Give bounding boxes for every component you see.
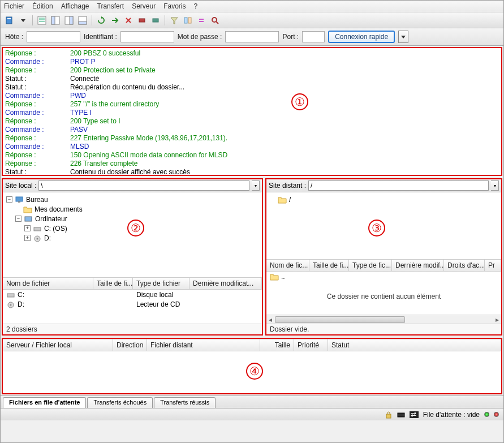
menu-file[interactable]: Fichier xyxy=(4,2,24,10)
host-input[interactable] xyxy=(27,31,80,42)
queue-header[interactable]: Serveur / Fichier local Direction Fichie… xyxy=(3,339,501,351)
queue-body[interactable]: ④ xyxy=(3,351,501,393)
remote-path-dropdown[interactable]: ▾ xyxy=(491,180,499,191)
remote-file-list[interactable]: .. Ce dossier ne contient aucun élément xyxy=(266,272,501,315)
tree-desktop[interactable]: Bureau xyxy=(26,196,48,204)
col-direction[interactable]: Direction xyxy=(113,339,147,351)
refresh-icon[interactable] xyxy=(96,15,107,26)
log-message: PWD xyxy=(70,92,86,100)
svg-rect-14 xyxy=(184,18,187,23)
compare-icon[interactable] xyxy=(182,15,193,26)
log-message: Récupération du contenu du dossier... xyxy=(70,83,184,92)
log-label: Commande : xyxy=(5,92,70,100)
process-queue-icon[interactable] xyxy=(109,15,120,26)
tree-remote-root[interactable]: / xyxy=(289,196,291,204)
pass-input[interactable] xyxy=(225,31,279,42)
tab-queued[interactable]: Fichiers en file d'attente xyxy=(3,397,86,408)
log-label: Réponse : xyxy=(5,117,70,126)
quickconnect-button[interactable]: Connexion rapide xyxy=(328,31,395,43)
queue-tabs: Fichiers en file d'attente Transferts éc… xyxy=(1,395,503,408)
desktop-icon xyxy=(15,196,24,204)
svg-rect-19 xyxy=(18,201,20,203)
toggle-local-tree-icon[interactable] xyxy=(50,15,61,26)
col-remote-file[interactable]: Fichier distant xyxy=(147,339,260,351)
toggle-queue-icon[interactable] xyxy=(77,15,88,26)
folder-icon xyxy=(23,205,32,213)
expand-icon[interactable]: − xyxy=(15,216,21,222)
list-item[interactable]: D:Lecteur de CD xyxy=(3,299,262,309)
cancel-icon[interactable] xyxy=(123,15,134,26)
toggle-remote-tree-icon[interactable] xyxy=(63,15,75,26)
list-item-up[interactable]: .. xyxy=(266,272,501,281)
tree-drive-c[interactable]: C: (OS) xyxy=(44,225,67,233)
local-tree[interactable]: ② −Bureau Mes documents −Ordinateur +C: … xyxy=(3,192,262,277)
sync-browse-icon[interactable] xyxy=(196,15,207,26)
col-modified[interactable]: Dernière modif... xyxy=(392,260,444,271)
expand-icon[interactable]: − xyxy=(6,196,12,203)
lock-icon xyxy=(385,411,393,419)
message-log[interactable]: ① Réponse :200 PBSZ 0 successfulCommande… xyxy=(2,47,502,176)
log-label: Commande : xyxy=(5,143,70,151)
col-filename[interactable]: Nom de fic... xyxy=(266,260,309,271)
log-line: Commande :MLSD xyxy=(5,143,499,151)
svg-rect-11 xyxy=(79,21,87,24)
log-label: Commande : xyxy=(5,58,70,66)
col-perms[interactable]: Droits d'ac... xyxy=(444,260,485,271)
col-server-local[interactable]: Serveur / Fichier local xyxy=(3,339,113,351)
menu-transfer[interactable]: Transfert xyxy=(97,2,124,10)
list-item[interactable]: C:Disque local xyxy=(3,290,262,299)
search-icon[interactable] xyxy=(209,15,221,26)
svg-point-23 xyxy=(37,238,38,239)
col-modified[interactable]: Dernière modificat... xyxy=(189,278,262,289)
log-message: 200 Protection set to Private xyxy=(70,66,156,75)
col-type[interactable]: Type de fic... xyxy=(349,260,392,271)
keyboard-icon xyxy=(397,411,405,419)
remote-pane: Site distant : ▾ ③ / Nom de fic... Taill… xyxy=(265,178,502,336)
svg-rect-13 xyxy=(153,19,158,22)
log-label: Commande : xyxy=(5,109,70,117)
site-manager-icon[interactable] xyxy=(4,15,15,26)
svg-point-26 xyxy=(10,304,12,306)
svg-point-16 xyxy=(212,18,217,22)
col-size[interactable]: Taille de fi... xyxy=(309,260,349,271)
svg-rect-24 xyxy=(7,294,14,297)
remote-list-header[interactable]: Nom de fic... Taille de fi... Type de fi… xyxy=(266,259,501,272)
col-priority[interactable]: Priorité xyxy=(294,339,328,351)
local-file-list[interactable]: C:Disque local D:Lecteur de CD xyxy=(3,290,262,324)
filter-icon[interactable] xyxy=(169,15,180,26)
col-filename[interactable]: Nom de fichier xyxy=(3,278,93,289)
expand-icon[interactable]: + xyxy=(24,235,31,241)
toggle-log-icon[interactable] xyxy=(36,15,48,26)
menu-favorites[interactable]: Favoris xyxy=(163,2,186,10)
reconnect-icon[interactable] xyxy=(150,15,161,26)
col-type[interactable]: Type de fichier xyxy=(133,278,189,289)
menu-view[interactable]: Affichage xyxy=(61,2,89,10)
remote-hscrollbar[interactable]: ◂▸ xyxy=(266,315,501,324)
remote-path-input[interactable] xyxy=(308,180,489,191)
dropdown-icon[interactable] xyxy=(18,15,29,26)
folder-up-icon xyxy=(270,273,279,281)
user-label: Identifiant : xyxy=(84,33,117,41)
tab-success[interactable]: Transferts réussis xyxy=(154,397,216,408)
col-qsize[interactable]: Taille xyxy=(260,339,294,351)
col-qstatus[interactable]: Statut xyxy=(328,339,501,351)
local-list-header[interactable]: Nom de fichier Taille de fi... Type de f… xyxy=(3,277,262,290)
menu-help[interactable]: ? xyxy=(194,2,198,10)
menu-edit[interactable]: Édition xyxy=(32,2,53,10)
local-path-dropdown[interactable]: ▾ xyxy=(252,180,260,191)
pass-label: Mot de passe : xyxy=(178,33,222,41)
tree-documents[interactable]: Mes documents xyxy=(35,205,83,213)
tree-drive-d[interactable]: D: xyxy=(44,234,51,242)
port-input[interactable] xyxy=(302,31,325,42)
user-input[interactable] xyxy=(120,31,174,42)
expand-icon[interactable]: + xyxy=(24,225,31,231)
col-owner[interactable]: Pr xyxy=(485,260,501,271)
quickconnect-dropdown[interactable] xyxy=(398,31,408,43)
menu-server[interactable]: Serveur xyxy=(132,2,156,10)
disconnect-icon[interactable] xyxy=(136,15,148,26)
tab-failed[interactable]: Transferts échoués xyxy=(87,397,153,408)
tree-computer[interactable]: Ordinateur xyxy=(35,215,67,223)
remote-tree[interactable]: ③ / xyxy=(266,192,501,259)
col-size[interactable]: Taille de fi... xyxy=(93,278,133,289)
local-path-input[interactable] xyxy=(38,180,249,191)
